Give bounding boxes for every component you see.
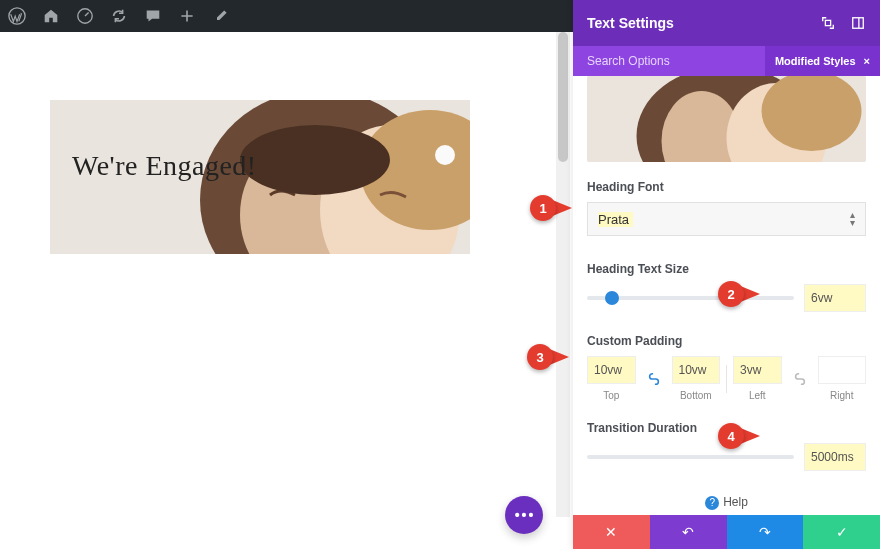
page-preview: We're Engaged! bbox=[0, 32, 560, 549]
add-new-icon[interactable] bbox=[176, 5, 198, 27]
save-button[interactable]: ✓ bbox=[803, 515, 880, 549]
callout-1: 1 bbox=[530, 195, 572, 221]
callout-number: 2 bbox=[718, 281, 744, 307]
callout-number: 3 bbox=[527, 344, 553, 370]
svg-point-8 bbox=[240, 125, 390, 195]
custom-padding-row: 10vw Top 10vw Bottom 3vw Left Right bbox=[587, 356, 866, 401]
edit-icon[interactable] bbox=[210, 5, 232, 27]
modified-styles-filter[interactable]: Modified Styles × bbox=[765, 46, 880, 76]
heading-text-size-label: Heading Text Size bbox=[587, 262, 866, 276]
wp-logo-icon[interactable] bbox=[6, 5, 28, 27]
callout-4: 4 bbox=[718, 423, 760, 449]
help-icon: ? bbox=[705, 496, 719, 510]
ellipsis-icon: ••• bbox=[515, 507, 536, 523]
heading-text-size-slider[interactable] bbox=[587, 296, 794, 300]
help-link[interactable]: ?Help bbox=[587, 495, 866, 510]
padding-right-label: Right bbox=[818, 390, 867, 401]
select-caret-icon: ▴▾ bbox=[850, 211, 855, 227]
heading-font-value: Prata bbox=[598, 212, 633, 227]
panel-footer: ✕ ↶ ↷ ✓ bbox=[573, 515, 880, 549]
padding-bottom-input[interactable]: 10vw bbox=[672, 356, 721, 384]
undo-icon: ↶ bbox=[682, 524, 694, 540]
undo-button[interactable]: ↶ bbox=[650, 515, 727, 549]
hero-heading: We're Engaged! bbox=[72, 150, 257, 182]
callout-3: 3 bbox=[527, 344, 569, 370]
search-options-button[interactable]: Search Options bbox=[573, 46, 765, 76]
settings-panel: Text Settings Search Options Modified St… bbox=[573, 0, 880, 549]
help-label: Help bbox=[723, 495, 748, 509]
expand-icon[interactable] bbox=[820, 15, 836, 31]
filter-close-icon[interactable]: × bbox=[864, 55, 870, 67]
home-icon[interactable] bbox=[40, 5, 62, 27]
hero-module[interactable]: We're Engaged! bbox=[50, 100, 470, 254]
transition-duration-input[interactable]: 5000ms bbox=[804, 443, 866, 471]
padding-bottom-label: Bottom bbox=[672, 390, 721, 401]
preview-scrollbar-thumb[interactable] bbox=[558, 32, 568, 162]
cancel-button[interactable]: ✕ bbox=[573, 515, 650, 549]
link-vertical-icon[interactable] bbox=[642, 372, 666, 386]
padding-top-label: Top bbox=[587, 390, 636, 401]
filter-label: Modified Styles bbox=[775, 55, 856, 67]
refresh-icon[interactable] bbox=[108, 5, 130, 27]
svg-rect-10 bbox=[853, 18, 864, 29]
svg-point-7 bbox=[435, 145, 455, 165]
heading-text-size-input[interactable]: 6vw bbox=[804, 284, 866, 312]
transition-duration-slider[interactable] bbox=[587, 455, 794, 459]
slider-knob[interactable] bbox=[605, 291, 619, 305]
svg-rect-9 bbox=[825, 20, 830, 25]
padding-left-input[interactable]: 3vw bbox=[733, 356, 782, 384]
dashboard-icon[interactable] bbox=[74, 5, 96, 27]
panel-subheader: Search Options Modified Styles × bbox=[573, 46, 880, 76]
panel-title: Text Settings bbox=[587, 15, 674, 31]
callout-number: 1 bbox=[530, 195, 556, 221]
heading-font-label: Heading Font bbox=[587, 180, 866, 194]
custom-padding-label: Custom Padding bbox=[587, 334, 866, 348]
comments-icon[interactable] bbox=[142, 5, 164, 27]
preview-scrollbar-track[interactable] bbox=[556, 32, 570, 517]
padding-divider bbox=[726, 365, 727, 393]
padding-top-input[interactable]: 10vw bbox=[587, 356, 636, 384]
dock-icon[interactable] bbox=[850, 15, 866, 31]
redo-icon: ↷ bbox=[759, 524, 771, 540]
padding-right-input[interactable] bbox=[818, 356, 867, 384]
callout-2: 2 bbox=[718, 281, 760, 307]
module-preview-thumb bbox=[587, 76, 866, 162]
callout-number: 4 bbox=[718, 423, 744, 449]
heading-font-select[interactable]: Prata ▴▾ bbox=[587, 202, 866, 236]
panel-header: Text Settings bbox=[573, 0, 880, 46]
close-icon: ✕ bbox=[605, 524, 617, 540]
redo-button[interactable]: ↷ bbox=[727, 515, 804, 549]
divi-fab-button[interactable]: ••• bbox=[505, 496, 543, 534]
link-horizontal-icon[interactable] bbox=[788, 372, 812, 386]
padding-left-label: Left bbox=[733, 390, 782, 401]
check-icon: ✓ bbox=[836, 524, 848, 540]
